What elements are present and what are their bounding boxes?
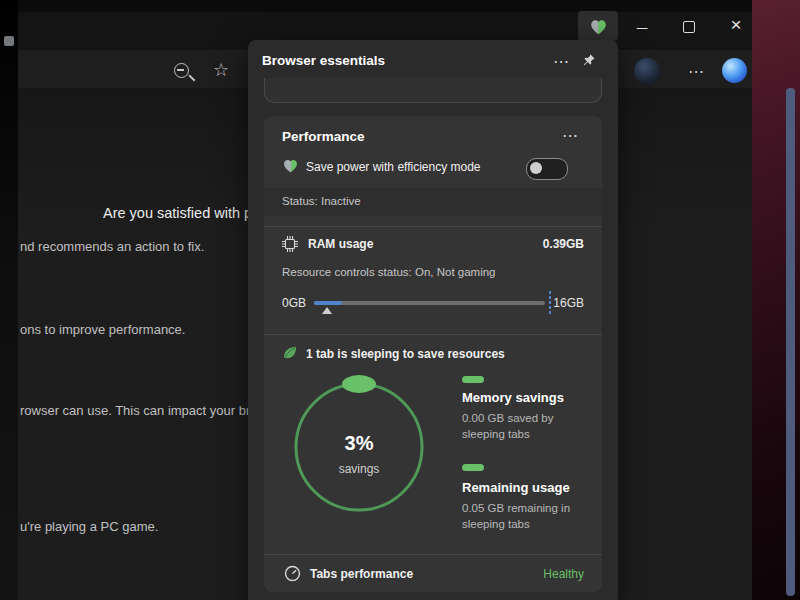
panel-more-menu[interactable]: ⋯ — [548, 50, 574, 72]
divider — [264, 554, 602, 555]
window-left-edge — [0, 0, 18, 600]
sleeping-tabs-label: 1 tab is sleeping to save resources — [306, 347, 505, 361]
sleeping-leaf-icon — [282, 345, 298, 361]
copilot-icon[interactable] — [722, 58, 747, 83]
slider-min-label: 0GB — [282, 296, 306, 310]
sidebar-app-icon[interactable] — [4, 36, 14, 46]
remaining-usage-line2: sleeping tabs — [462, 518, 530, 530]
efficiency-mode-icon — [282, 158, 299, 173]
maximize-button[interactable] — [675, 14, 703, 40]
zoom-out-icon[interactable] — [174, 63, 189, 78]
slider-max-label: 16GB — [553, 296, 584, 310]
page-text-fragment: u're playing a PC game. — [20, 519, 158, 534]
speedometer-icon — [284, 565, 301, 582]
toolbar-more-menu[interactable]: ⋯ — [682, 58, 710, 84]
slider-track[interactable] — [314, 301, 545, 305]
efficiency-status: Status: Inactive — [282, 195, 361, 207]
scrollbar-thumb[interactable] — [786, 88, 795, 596]
performance-title: Performance — [282, 129, 365, 144]
performance-card: Performance ⋯ Save power with efficiency… — [264, 116, 602, 592]
tabs-performance-status: Healthy — [543, 567, 584, 581]
ram-chip-icon — [282, 236, 298, 252]
memory-savings-line1: 0.00 GB saved by — [462, 412, 553, 424]
efficiency-toggle[interactable] — [526, 158, 568, 180]
slider-fill — [314, 301, 342, 305]
browser-essentials-heart-icon — [589, 18, 608, 35]
minimize-button[interactable]: ─ — [628, 14, 656, 40]
ram-slider[interactable]: 0GB 16GB — [282, 288, 584, 318]
slider-marker[interactable] — [322, 307, 332, 314]
remaining-usage-title: Remaining usage — [462, 480, 570, 495]
profile-avatar[interactable] — [634, 58, 660, 84]
toggle-knob — [530, 162, 542, 174]
browser-essentials-button[interactable] — [578, 11, 618, 41]
memory-savings-line2: sleeping tabs — [462, 428, 530, 440]
donut-percent: 3% — [284, 432, 434, 455]
ram-usage-value: 0.39GB — [543, 237, 584, 251]
efficiency-mode-label: Save power with efficiency mode — [306, 160, 481, 174]
tabs-performance-label: Tabs performance — [310, 567, 413, 581]
page-text-fragment: rowser can use. This can impact your bro — [20, 403, 257, 418]
divider — [264, 334, 602, 335]
panel-title: Browser essentials — [262, 53, 385, 68]
slider-max-tick — [549, 291, 551, 315]
performance-more-menu[interactable]: ⋯ — [556, 124, 584, 146]
browser-essentials-panel: Browser essentials ⋯ Performance ⋯ Save … — [248, 40, 618, 600]
resource-controls-status: Resource controls status: On, Not gaming — [282, 266, 496, 278]
ram-usage-label: RAM usage — [308, 237, 373, 251]
remaining-usage-pill-icon — [462, 464, 484, 471]
memory-savings-title: Memory savings — [462, 390, 564, 405]
remaining-usage-line1: 0.05 GB remaining in — [462, 502, 570, 514]
pin-icon[interactable] — [582, 53, 596, 71]
page-heading-fragment: Are you satisfied with p — [103, 205, 252, 221]
divider — [264, 226, 602, 227]
page-text-fragment: ons to improve performance. — [20, 322, 185, 337]
memory-savings-pill-icon — [462, 376, 484, 383]
close-button[interactable]: × — [722, 12, 750, 38]
favorites-star-icon[interactable]: ☆ — [213, 59, 229, 81]
maximize-icon — [683, 21, 695, 33]
scrolled-card-bottom — [264, 78, 602, 103]
donut-caption: savings — [284, 462, 434, 476]
page-text-fragment: nd recommends an action to fix. — [20, 239, 204, 254]
